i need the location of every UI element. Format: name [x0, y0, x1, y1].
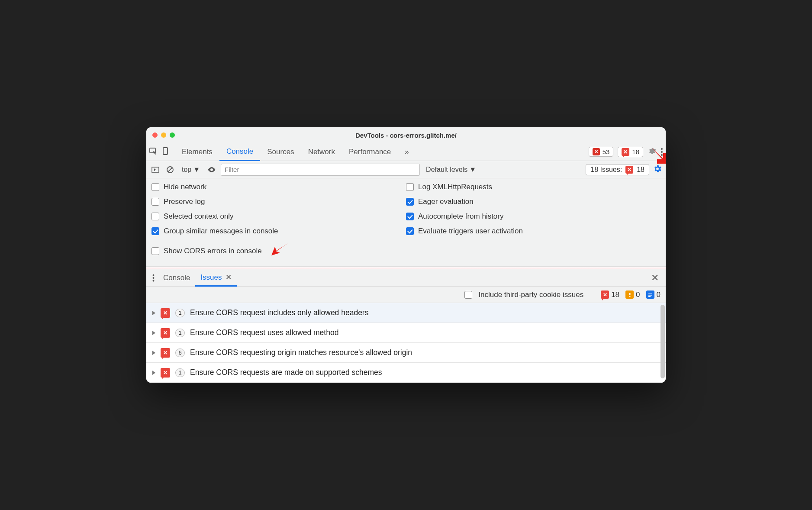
tab-network[interactable]: Network — [301, 143, 342, 161]
issue-row[interactable]: 1 Ensure CORS requests are made on suppo… — [146, 363, 666, 383]
issues-info-count[interactable]: 0 — [646, 291, 661, 299]
svg-point-9 — [153, 277, 155, 279]
checkbox-checked-icon — [406, 227, 414, 235]
issues-list: 1 Ensure CORS request includes only allo… — [146, 303, 666, 383]
svg-point-4 — [661, 154, 663, 156]
svg-rect-15 — [648, 296, 651, 297]
drawer-tab-console[interactable]: Console — [158, 269, 195, 287]
settings-gear-icon[interactable] — [648, 147, 656, 157]
svg-rect-14 — [648, 295, 652, 296]
setting-selected-context[interactable]: Selected context only — [151, 212, 406, 221]
svg-rect-13 — [648, 294, 652, 294]
expand-icon[interactable] — [152, 331, 155, 335]
close-tab-icon[interactable]: ✕ — [226, 273, 232, 282]
svg-point-2 — [661, 148, 663, 150]
issues-toolbar: Include third-party cookie issues 18 0 0 — [146, 287, 666, 303]
tab-sources[interactable]: Sources — [260, 143, 301, 161]
device-toolbar-icon[interactable] — [161, 147, 170, 157]
scrollbar[interactable] — [661, 305, 665, 378]
issue-row[interactable]: 1 Ensure CORS request uses allowed metho… — [146, 323, 666, 343]
message-error-icon — [622, 148, 629, 156]
warning-icon — [625, 291, 634, 299]
checkbox-checked-icon — [406, 198, 414, 206]
annotation-arrow-cors — [271, 242, 290, 260]
checkbox-checked-icon — [151, 227, 159, 235]
svg-rect-12 — [629, 296, 630, 297]
issue-title: Ensure CORS requests are made on support… — [190, 368, 382, 377]
setting-show-cors[interactable]: Show CORS errors in console — [151, 242, 406, 260]
issue-title: Ensure CORS request uses allowed method — [190, 328, 338, 337]
setting-hide-network[interactable]: Hide network — [151, 183, 406, 191]
console-settings-gear-icon[interactable] — [653, 164, 662, 175]
close-drawer-icon[interactable]: ✕ — [647, 272, 663, 284]
maximize-window[interactable] — [170, 132, 175, 138]
error-icon: ✕ — [593, 148, 600, 155]
expand-icon[interactable] — [152, 371, 155, 375]
issue-row[interactable]: 6 Ensure CORS requesting origin matches … — [146, 343, 666, 363]
message-error-icon — [161, 308, 170, 318]
close-window[interactable] — [152, 132, 158, 138]
svg-point-10 — [153, 280, 155, 281]
setting-group-similar[interactable]: Group similar messages in console — [151, 227, 406, 236]
issue-title: Ensure CORS request includes only allowe… — [190, 308, 368, 317]
svg-rect-11 — [629, 293, 630, 295]
message-error-icon — [161, 328, 170, 338]
checkbox-icon — [406, 183, 414, 191]
svg-line-7 — [168, 168, 172, 172]
toggle-sidebar-icon[interactable] — [150, 164, 161, 175]
svg-point-3 — [661, 151, 663, 153]
titlebar: DevTools - cors-errors.glitch.me/ — [146, 127, 666, 143]
checkbox-checked-icon — [406, 213, 414, 220]
issue-row[interactable]: 1 Ensure CORS request includes only allo… — [146, 303, 666, 323]
svg-rect-1 — [163, 148, 168, 155]
filter-field[interactable] — [221, 164, 420, 176]
window-controls — [152, 132, 175, 138]
tab-performance[interactable]: Performance — [342, 143, 398, 161]
kebab-menu-icon[interactable] — [661, 148, 663, 156]
drawer-tabstrip: Console Issues ✕ ✕ — [146, 269, 666, 287]
checkbox-icon — [151, 198, 159, 206]
console-settings-panel: Hide network Preserve log Selected conte… — [146, 178, 666, 267]
filter-input[interactable] — [221, 164, 420, 176]
context-selector[interactable]: top ▼ — [179, 166, 203, 174]
issues-warning-count[interactable]: 0 — [625, 291, 640, 299]
devtools-window: DevTools - cors-errors.glitch.me/ Elemen… — [146, 127, 666, 383]
setting-log-xhr[interactable]: Log XMLHttpRequests — [406, 183, 661, 191]
clear-console-icon[interactable] — [164, 164, 176, 175]
drawer-tab-issues[interactable]: Issues ✕ — [195, 269, 236, 287]
count-pill: 6 — [175, 349, 185, 357]
tab-console[interactable]: Console — [219, 143, 260, 161]
tab-elements[interactable]: Elements — [175, 143, 219, 161]
setting-autocomplete-history[interactable]: Autocomplete from history — [406, 212, 661, 221]
setting-eval-user-activation[interactable]: Evaluate triggers user activation — [406, 227, 661, 236]
drawer-kebab-icon[interactable] — [149, 274, 158, 282]
expand-icon[interactable] — [152, 351, 155, 355]
issue-title: Ensure CORS requesting origin matches re… — [190, 348, 412, 357]
issues-error-count[interactable]: 18 — [601, 291, 619, 299]
checkbox-icon[interactable] — [464, 291, 472, 299]
error-count-badge[interactable]: ✕ 53 — [589, 147, 614, 157]
checkbox-icon — [151, 247, 159, 255]
minimize-window[interactable] — [161, 132, 166, 138]
message-count-badge[interactable]: 18 — [618, 147, 643, 157]
chevron-down-icon: ▼ — [193, 166, 200, 174]
message-error-icon — [161, 368, 170, 378]
include-third-party-label: Include third-party cookie issues — [478, 291, 583, 299]
chevron-down-icon: ▼ — [469, 166, 476, 174]
expand-icon[interactable] — [152, 311, 155, 315]
eye-icon[interactable] — [206, 164, 217, 175]
log-levels-selector[interactable]: Default levels ▼ — [426, 166, 476, 174]
issues-summary-badge[interactable]: 18 Issues: 18 — [586, 164, 649, 175]
count-pill: 1 — [175, 329, 185, 337]
window-title: DevTools - cors-errors.glitch.me/ — [146, 132, 666, 139]
main-tabstrip: Elements Console Sources Network Perform… — [146, 143, 666, 161]
info-icon — [646, 291, 654, 299]
tab-more[interactable]: » — [398, 143, 416, 161]
message-error-icon — [601, 291, 609, 299]
setting-preserve-log[interactable]: Preserve log — [151, 197, 406, 206]
inspect-icon[interactable] — [149, 147, 158, 157]
message-error-icon — [161, 348, 170, 358]
console-toolbar: top ▼ Default levels ▼ 18 Issues: 18 — [146, 161, 666, 178]
checkbox-icon — [151, 213, 159, 220]
setting-eager-eval[interactable]: Eager evaluation — [406, 197, 661, 206]
